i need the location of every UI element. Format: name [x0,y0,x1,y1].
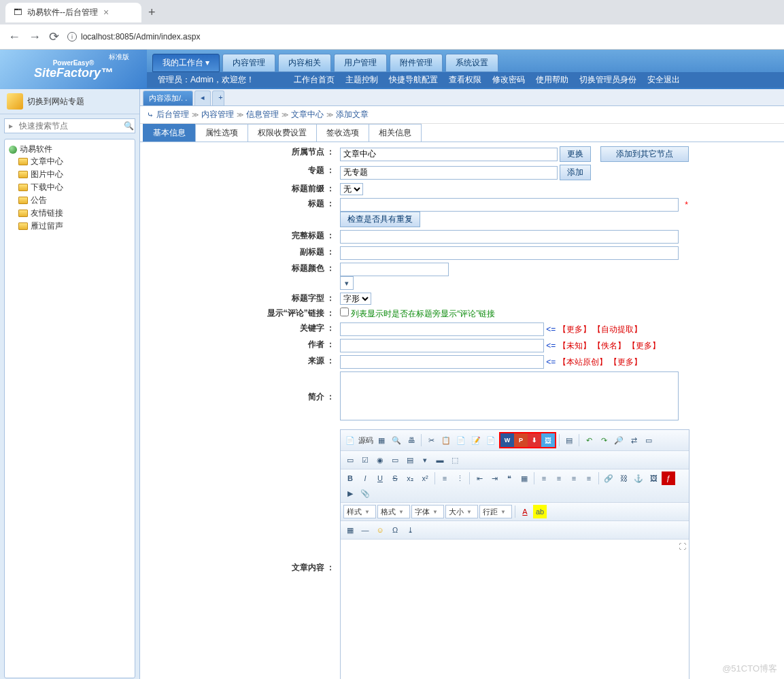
tree-node[interactable]: 公告 [18,194,131,207]
page-tab-close[interactable]: ◂ [194,90,211,105]
title-input[interactable] [340,198,679,212]
print-icon[interactable]: 🖶 [405,433,418,447]
paste-icon[interactable]: 📄 [454,433,468,447]
menu-users[interactable]: 用户管理 [334,54,387,72]
textfield-icon[interactable]: ▭ [388,453,402,467]
font-combo[interactable]: 字体▼ [411,505,444,518]
form-tab-attr[interactable]: 属性选项 [195,124,248,142]
lineheight-combo[interactable]: 行距▼ [479,505,512,518]
menu-attach[interactable]: 附件管理 [390,54,443,72]
cut-icon[interactable]: ✂ [424,433,438,447]
find-icon[interactable]: 🔎 [612,433,626,447]
img-icon[interactable]: 🖼 [647,471,660,485]
src-more-link[interactable]: 【更多】 [609,357,642,367]
tab-close-icon[interactable]: × [103,7,109,18]
align-center-icon[interactable]: ≡ [552,471,566,485]
change-button[interactable]: 更换 [560,146,591,162]
media-icon[interactable]: ▶ [343,486,357,500]
fulltitle-input[interactable] [340,230,679,244]
link-home[interactable]: 工作台首页 [294,74,335,86]
search-input[interactable] [17,119,123,133]
editor-content[interactable]: ⛶ [341,540,689,679]
align-right-icon[interactable]: ≡ [567,471,581,485]
maximize-icon[interactable]: ⛶ [679,542,686,550]
indent-icon[interactable]: ⇥ [488,471,501,485]
page-tab[interactable]: 内容添加/. . [143,90,193,105]
bgcolor-icon[interactable]: ab [533,505,547,518]
topic-input[interactable] [340,166,558,180]
author-input[interactable] [340,339,544,352]
color-input[interactable] [340,263,449,276]
copy-icon[interactable]: 📋 [439,433,453,447]
bold-icon[interactable]: B [343,471,357,485]
back-button[interactable]: ← [8,30,20,44]
div-icon[interactable]: ▦ [517,471,531,485]
undo-icon[interactable]: ↶ [582,433,596,447]
tree-root[interactable]: 动易软件 [9,144,131,155]
paste-word-icon[interactable]: 📄 [484,433,498,447]
pagebreak-icon[interactable]: ⤓ [403,523,417,537]
link-exit[interactable]: 安全退出 [647,74,680,86]
color-picker-icon[interactable]: ▾ [340,276,354,290]
menu-related[interactable]: 内容相关 [278,54,331,72]
form-tab-perm[interactable]: 权限收费设置 [248,124,317,142]
au-anon-link[interactable]: 【佚名】 [593,341,626,350]
textcolor-icon[interactable]: A [518,505,532,518]
menu-content[interactable]: 内容管理 [222,54,275,72]
italic-icon[interactable]: I [358,471,372,485]
align-left-icon[interactable]: ≡ [537,471,551,485]
search-icon[interactable]: 🔍 [123,119,135,133]
outdent-icon[interactable]: ⇤ [473,471,486,485]
source-input[interactable] [340,355,544,369]
reload-button[interactable]: ⟳ [49,29,59,44]
au-more-link[interactable]: 【更多】 [628,341,660,350]
image-icon[interactable]: 🖼 [541,433,555,447]
tree-node[interactable]: 图片中心 [18,168,131,181]
special-icon[interactable]: Ω [388,523,402,537]
kw-more-link[interactable]: 【更多】 [558,325,591,334]
style-combo[interactable]: 样式▼ [343,505,376,518]
link-switch[interactable]: 切换管理员身份 [579,74,636,86]
tree-node[interactable]: 文章中心 [18,155,131,168]
select-icon[interactable]: ▾ [418,453,432,467]
word-icon[interactable]: W [500,433,514,447]
prefix-select[interactable]: 无 [340,183,363,195]
forward-button[interactable]: → [29,30,41,44]
quote-icon[interactable]: ❝ [502,471,516,485]
textarea-icon[interactable]: ▤ [403,453,417,467]
add-other-node-button[interactable]: 添加到其它节点 [600,146,689,162]
form-tab-sign[interactable]: 签收选项 [316,124,369,142]
new-icon[interactable]: ▦ [375,433,388,447]
pdf-icon[interactable]: ⬇ [528,433,541,447]
page-tab-add[interactable]: + [212,90,224,105]
link-perm[interactable]: 查看权限 [449,74,481,86]
menu-workspace[interactable]: 我的工作台 ▾ [152,54,220,72]
show-comment-checkbox[interactable] [340,308,349,316]
flash-icon[interactable]: ƒ [662,471,675,485]
subtitle-input[interactable] [340,246,679,260]
keywords-input[interactable] [340,322,544,336]
size-combo[interactable]: 大小▼ [445,505,478,518]
add-topic-button[interactable]: 添加 [560,165,591,180]
url-field[interactable]: i localhost:8085/Admin/index.aspx [67,32,776,42]
underline-icon[interactable]: U [373,471,387,485]
link-nav[interactable]: 快捷导航配置 [389,74,438,86]
link-help[interactable]: 使用帮助 [536,74,568,86]
tree-node[interactable]: 友情链接 [18,207,131,220]
kw-auto-link[interactable]: 【自动提取】 [593,325,642,334]
form-tab-basic[interactable]: 基本信息 [143,124,196,142]
template-icon[interactable]: ▤ [562,433,576,447]
radio-icon[interactable]: ◉ [373,453,387,467]
link-theme[interactable]: 主题控制 [345,74,378,86]
unlink-icon[interactable]: ⛓ [617,471,630,485]
upload-icon[interactable]: 📎 [358,486,372,500]
node-input[interactable] [340,148,558,161]
tree-node[interactable]: 雁过留声 [18,220,131,233]
link-pwd[interactable]: 修改密码 [492,74,525,86]
strike-icon[interactable]: S [388,471,402,485]
ppt-icon[interactable]: P [514,433,528,447]
preview-icon[interactable]: 🔍 [390,433,403,447]
menu-system[interactable]: 系统设置 [445,54,498,72]
button-icon[interactable]: ▬ [433,453,447,467]
source-icon[interactable]: 📄 [343,433,357,447]
